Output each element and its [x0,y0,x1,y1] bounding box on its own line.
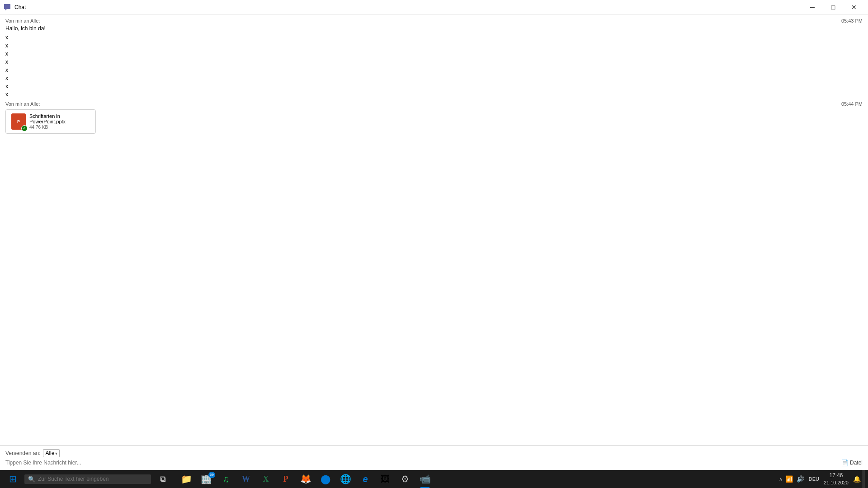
windows-icon: ⊞ [9,474,17,484]
send-to-label: Versenden an: [5,450,40,456]
message-sender-1: Von mir an Alle: [5,18,40,23]
system-clock[interactable]: 17:46 21.10.2020 [824,472,849,486]
message-meta-2: Von mir an Alle: 05:44 PM [5,101,863,107]
word-icon: W [242,474,250,484]
message-meta-1: Von mir an Alle: 05:43 PM [5,18,863,23]
taskbar-app-paint[interactable]: 🖼 [375,470,395,488]
powerpoint-icon: P [283,474,288,484]
input-row: 📄 Datei [5,459,863,466]
taskbar-search-input[interactable] [38,476,137,482]
x-item-4: x [5,58,863,66]
send-to-row: Versenden an: Alle ▾ [5,449,863,457]
taskbar-app-settings[interactable]: ⚙ [395,470,415,488]
title-bar-left: Chat [4,4,26,11]
maximize-button[interactable]: □ [823,0,844,14]
network-icon: 📶 [785,475,793,483]
file-size: 44.76 KB [29,125,90,130]
tray-icons: 📶 🔊 [785,475,804,483]
x-item-5: x [5,66,863,74]
file-button[interactable]: 📄 Datei [841,459,863,466]
title-bar-title: Chat [14,4,26,10]
spotify-icon: ♫ [223,474,230,484]
taskbar-app-unknown[interactable]: ⬤ [316,470,335,488]
send-to-value: Alle [45,450,54,456]
show-desktop-button[interactable] [863,470,865,488]
volume-icon: 🔊 [797,475,804,483]
camera-icon: 📹 [420,474,431,484]
file-name: Schriftarten in PowerPoint.pptx [29,113,90,124]
taskbar-task-view[interactable]: ⧉ [153,470,173,488]
search-icon: 🔍 [28,476,35,483]
taskbar-app-office[interactable]: 🏢 69 [196,470,216,488]
message-sender-2: Von mir an Alle: [5,101,40,107]
x-list: x x x x x x x x [5,33,863,99]
title-bar: Chat ─ □ ✕ [0,0,868,14]
taskbar: ⊞ 🔍 ⧉ 📁 🏢 69 ♫ W X [0,470,868,488]
title-bar-controls: ─ □ ✕ [802,0,864,14]
taskbar-app-edge[interactable]: e [355,470,375,488]
excel-icon: X [263,474,269,484]
x-item-7: x [5,82,863,90]
taskbar-app-chrome[interactable]: 🌐 [335,470,355,488]
check-badge: ✓ [21,125,28,131]
office-badge: 69 [208,472,215,478]
chevron-down-icon: ▾ [55,451,57,456]
chat-area: Von mir an Alle: 05:43 PM Hallo, ich bin… [0,14,868,445]
chrome-icon: 🌐 [340,474,351,484]
edge-icon: e [363,474,368,484]
task-view-icon: ⧉ [160,474,166,484]
taskbar-search[interactable]: 🔍 [24,474,151,484]
taskbar-app-firefox[interactable]: 🦊 [296,470,316,488]
firefox-icon: 🦊 [300,474,311,484]
file-icon-wrap: P ✓ [11,113,26,130]
file-attachment[interactable]: P ✓ Schriftarten in PowerPoint.pptx 44.7… [5,109,96,134]
file-btn-label: Datei [850,460,863,466]
taskbar-app-word[interactable]: W [236,470,256,488]
clock-time: 17:46 [824,472,849,479]
send-to-dropdown[interactable]: Alle ▾ [43,449,60,457]
taskbar-start-button[interactable]: ⊞ [3,470,23,488]
tray-chevron-icon[interactable]: ∧ [779,476,783,482]
taskbar-left: ⊞ 🔍 ⧉ [3,470,173,488]
paint-icon: 🖼 [381,474,390,484]
sender-highlight-1: Alle: [30,18,40,23]
close-button[interactable]: ✕ [844,0,864,14]
message-timestamp-1: 05:43 PM [841,18,863,23]
unknown-app-icon: ⬤ [321,474,330,484]
taskbar-app-camera[interactable]: 📹 [415,470,435,488]
message-group-1: Von mir an Alle: 05:43 PM Hallo, ich bin… [5,18,863,99]
taskbar-apps: 📁 🏢 69 ♫ W X P 🦊 ⬤ 🌐 [176,470,775,488]
taskbar-right: ∧ 📶 🔊 DEU 17:46 21.10.2020 🔔 [779,470,865,488]
sender-highlight-2: Alle: [30,101,40,107]
minimize-button[interactable]: ─ [802,0,823,14]
notification-icon[interactable]: 🔔 [853,475,861,483]
chat-icon [4,4,11,11]
file-icon: 📄 [841,459,849,466]
language-indicator: DEU [809,476,819,482]
input-area: Versenden an: Alle ▾ 📄 Datei [0,445,868,470]
message-timestamp-2: 05:44 PM [841,101,863,107]
message-text-1: Hallo, ich bin da! [5,24,863,33]
x-item-2: x [5,42,863,50]
explorer-icon: 📁 [181,474,192,484]
system-tray: ∧ 📶 🔊 DEU 17:46 21.10.2020 🔔 [779,472,861,486]
file-info: Schriftarten in PowerPoint.pptx 44.76 KB [29,113,90,130]
taskbar-app-spotify[interactable]: ♫ [216,470,236,488]
x-item-3: x [5,50,863,58]
message-group-2: Von mir an Alle: 05:44 PM P ✓ Schriftart… [5,101,863,134]
x-item-6: x [5,74,863,82]
x-item-1: x [5,33,863,42]
taskbar-app-excel[interactable]: X [256,470,276,488]
x-item-8: x [5,90,863,99]
settings-icon: ⚙ [401,474,409,484]
clock-date: 21.10.2020 [824,479,849,486]
message-input[interactable] [5,460,841,466]
taskbar-app-powerpoint[interactable]: P [276,470,296,488]
taskbar-app-explorer[interactable]: 📁 [176,470,196,488]
